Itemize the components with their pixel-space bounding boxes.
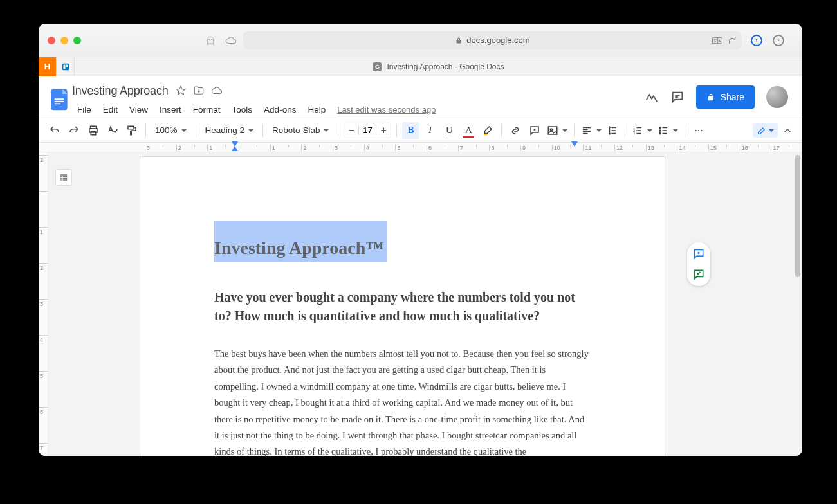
text-color-button[interactable]: A bbox=[460, 122, 477, 139]
docs-logo[interactable] bbox=[46, 82, 72, 117]
selected-heading[interactable]: Investing Approach™ bbox=[214, 221, 387, 262]
vertical-ruler[interactable]: 212345678 bbox=[39, 152, 48, 456]
menu-view[interactable]: View bbox=[124, 104, 153, 116]
doc-paragraph: The best buys have been when the numbers… bbox=[214, 346, 591, 456]
image-dropdown[interactable] bbox=[546, 122, 569, 139]
svg-rect-5 bbox=[757, 40, 757, 42]
docs-favicon: G bbox=[373, 62, 382, 71]
minimize-window-button[interactable] bbox=[60, 37, 68, 44]
spellcheck-button[interactable] bbox=[104, 122, 121, 139]
svg-rect-16 bbox=[128, 126, 134, 129]
lock-icon bbox=[706, 93, 715, 102]
floating-comment-buttons bbox=[687, 242, 710, 286]
svg-text:3: 3 bbox=[634, 132, 636, 135]
vertical-scrollbar[interactable] bbox=[793, 152, 802, 456]
style-dropdown[interactable]: Heading 2 bbox=[201, 122, 258, 139]
comments-icon[interactable] bbox=[670, 90, 685, 104]
reload-icon[interactable] bbox=[728, 36, 737, 45]
fontsize-value[interactable]: 17 bbox=[358, 125, 376, 135]
fontsize-decrease[interactable]: − bbox=[344, 125, 358, 136]
svg-rect-7 bbox=[63, 64, 65, 69]
svg-point-0 bbox=[208, 39, 210, 40]
document-page[interactable]: Investing Approach™ Have you ever bought… bbox=[140, 156, 665, 456]
menu-addons[interactable]: Add-ons bbox=[259, 104, 301, 116]
svg-point-1 bbox=[212, 39, 213, 40]
bold-button[interactable]: B bbox=[402, 122, 419, 139]
doc-heading-2: Have you ever bought a company where the… bbox=[214, 288, 591, 325]
add-comment-button[interactable] bbox=[692, 248, 705, 260]
editor-area: 212345678 Investing Approach™ Have you e… bbox=[39, 152, 802, 456]
more-button[interactable] bbox=[690, 122, 707, 139]
underline-button[interactable]: U bbox=[441, 122, 457, 139]
suggest-edits-button[interactable] bbox=[692, 268, 705, 281]
collapse-toolbar-button[interactable] bbox=[782, 125, 795, 136]
horizontal-ruler[interactable]: 3211234567891011121314151617 bbox=[39, 143, 802, 152]
svg-point-25 bbox=[695, 129, 697, 130]
window-controls bbox=[48, 37, 81, 44]
svg-rect-17 bbox=[549, 127, 558, 134]
bullet-list-dropdown[interactable] bbox=[656, 122, 679, 139]
fullscreen-window-button[interactable] bbox=[73, 37, 81, 44]
svg-point-26 bbox=[698, 129, 699, 130]
last-edit-link[interactable]: Last edit was seconds ago bbox=[337, 105, 436, 114]
svg-rect-8 bbox=[66, 64, 68, 67]
close-window-button[interactable] bbox=[48, 37, 55, 44]
account-avatar[interactable] bbox=[766, 86, 788, 108]
menu-tools[interactable]: Tools bbox=[227, 104, 258, 116]
tab-title: Investing Approach - Google Docs bbox=[387, 62, 504, 71]
menu-bar: File Edit View Insert Format Tools Add-o… bbox=[72, 101, 645, 118]
outline-toggle-button[interactable] bbox=[55, 169, 72, 186]
menu-file[interactable]: File bbox=[72, 104, 97, 116]
font-dropdown[interactable]: Roboto Slab bbox=[268, 122, 333, 139]
cloud-icon[interactable] bbox=[225, 35, 237, 46]
address-bar[interactable]: docs.google.com bbox=[243, 32, 742, 50]
star-icon[interactable] bbox=[175, 85, 187, 96]
print-button[interactable] bbox=[85, 122, 102, 139]
active-tab[interactable]: G Investing Approach - Google Docs bbox=[75, 62, 802, 71]
move-icon[interactable] bbox=[193, 85, 205, 96]
italic-button[interactable]: I bbox=[421, 122, 438, 139]
link-button[interactable] bbox=[507, 122, 524, 139]
lock-icon bbox=[455, 37, 463, 44]
line-spacing-dropdown[interactable] bbox=[605, 122, 620, 139]
numbered-list-dropdown[interactable]: 123 bbox=[630, 122, 654, 139]
cloud-status-icon[interactable] bbox=[211, 85, 223, 96]
undo-button[interactable] bbox=[46, 122, 63, 139]
format-toolbar: 100% Heading 2 Roboto Slab − 17 + B I U … bbox=[39, 118, 802, 143]
share-button-label: Share bbox=[721, 92, 744, 102]
svg-rect-12 bbox=[55, 103, 60, 104]
redo-button[interactable] bbox=[66, 122, 82, 139]
onepassword-icon[interactable] bbox=[751, 35, 762, 46]
menu-help[interactable]: Help bbox=[302, 104, 331, 116]
svg-point-22 bbox=[659, 127, 661, 128]
pinned-tab-trello[interactable] bbox=[57, 57, 75, 76]
activity-icon[interactable] bbox=[645, 90, 659, 104]
downloads-icon[interactable] bbox=[773, 35, 784, 46]
docs-header: Investing Approach File Edit View Insert… bbox=[39, 76, 802, 118]
address-text: docs.google.com bbox=[466, 35, 529, 45]
translate-icon[interactable] bbox=[712, 36, 722, 45]
editing-mode-dropdown[interactable] bbox=[753, 123, 778, 138]
menu-insert[interactable]: Insert bbox=[154, 104, 187, 116]
ghost-extension-icon[interactable] bbox=[205, 35, 216, 46]
document-title[interactable]: Investing Approach bbox=[72, 84, 169, 98]
doc-heading-1: Investing Approach™ bbox=[214, 238, 383, 258]
svg-rect-11 bbox=[55, 100, 64, 102]
svg-point-27 bbox=[701, 129, 703, 130]
app-window: docs.google.com H G Investing Approach -… bbox=[39, 24, 802, 456]
pinned-tab-h[interactable]: H bbox=[39, 57, 57, 76]
zoom-dropdown[interactable]: 100% bbox=[151, 122, 190, 139]
fontsize-stepper: − 17 + bbox=[344, 123, 391, 138]
share-button[interactable]: Share bbox=[696, 86, 755, 109]
highlight-button[interactable] bbox=[479, 122, 496, 139]
paint-format-button[interactable] bbox=[124, 122, 140, 139]
menu-edit[interactable]: Edit bbox=[98, 104, 123, 116]
browser-titlebar: docs.google.com bbox=[39, 24, 802, 57]
browser-tabstrip: H G Investing Approach - Google Docs bbox=[39, 57, 802, 76]
svg-point-24 bbox=[659, 132, 661, 134]
scroll-thumb[interactable] bbox=[795, 155, 800, 277]
menu-format[interactable]: Format bbox=[188, 104, 226, 116]
comment-button[interactable] bbox=[526, 122, 543, 139]
align-dropdown[interactable] bbox=[580, 122, 603, 139]
fontsize-increase[interactable]: + bbox=[376, 125, 391, 136]
